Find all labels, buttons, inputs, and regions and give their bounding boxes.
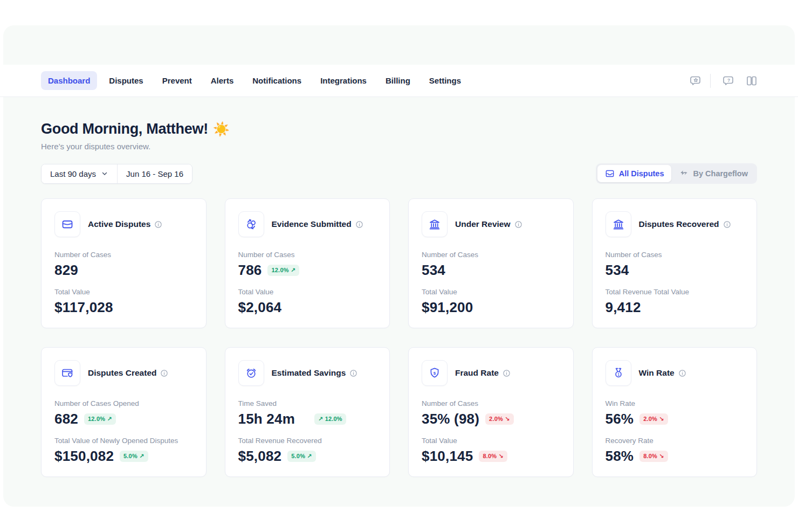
docs-icon[interactable] bbox=[743, 72, 760, 89]
metric-value: $10,145 bbox=[422, 448, 473, 465]
info-icon[interactable] bbox=[723, 220, 731, 229]
nav-tools-divider bbox=[710, 74, 711, 88]
card-title: Win Rate bbox=[639, 368, 675, 378]
toggle-all-disputes[interactable]: All Disputes bbox=[597, 165, 672, 182]
toggle-all-label: All Disputes bbox=[619, 169, 664, 178]
trend-badge: 2.0% ↘ bbox=[639, 413, 668, 425]
metric-label: Time Saved bbox=[238, 399, 377, 407]
card-title: Evidence Submitted bbox=[272, 219, 352, 229]
card-title: Active Disputes bbox=[88, 219, 150, 229]
metric-label: Number of Cases bbox=[606, 251, 744, 259]
trend-badge: 8.0% ↘ bbox=[639, 451, 668, 462]
metric-label: Total Value bbox=[54, 288, 193, 296]
help-icon[interactable]: ? bbox=[719, 72, 737, 89]
metric-label: Recovery Rate bbox=[606, 437, 744, 445]
metric-value: 786 bbox=[238, 262, 262, 279]
metric-value: $117,028 bbox=[54, 299, 113, 316]
metric-value: 15h 24m bbox=[238, 411, 295, 427]
info-icon[interactable] bbox=[349, 369, 357, 377]
info-icon[interactable] bbox=[355, 220, 363, 229]
nav-tools: ? bbox=[686, 72, 760, 89]
info-icon[interactable] bbox=[503, 369, 511, 377]
card-disputes-recovered: Disputes Recovered Number of Cases 534 T… bbox=[592, 198, 758, 328]
nav-tab-billing[interactable]: Billing bbox=[379, 71, 417, 90]
sync-icon bbox=[238, 211, 264, 237]
nav-tab-integrations[interactable]: Integrations bbox=[313, 71, 374, 90]
wallet-icon bbox=[54, 211, 80, 237]
disputes-view-toggle: All Disputes By Chargeflow bbox=[596, 163, 757, 184]
date-range-label: Jun 16 - Sep 16 bbox=[126, 169, 183, 178]
metric-label: Total Revenue Total Value bbox=[606, 288, 744, 296]
nav-tab-alerts[interactable]: Alerts bbox=[204, 71, 241, 90]
period-dropdown[interactable]: Last 90 days bbox=[42, 164, 117, 183]
metric-label: Number of Cases bbox=[422, 399, 560, 407]
date-range-display[interactable]: Jun 16 - Sep 16 bbox=[117, 164, 192, 183]
card-disputes-created: Disputes Created Number of Cases Opened … bbox=[41, 347, 207, 477]
inbox-icon bbox=[605, 169, 615, 178]
period-label: Last 90 days bbox=[50, 169, 96, 178]
nav-tab-prevent[interactable]: Prevent bbox=[155, 71, 199, 90]
primary-nav: Dashboard Disputes Prevent Alerts Notifi… bbox=[41, 71, 468, 90]
medal-icon: 1 bbox=[606, 360, 631, 386]
card-evidence-submitted: Evidence Submitted Number of Cases 786 1… bbox=[225, 198, 390, 328]
metric-value: 56% bbox=[606, 411, 634, 427]
svg-text:1: 1 bbox=[617, 372, 620, 376]
metric-label: Total Value bbox=[422, 437, 560, 445]
trend-badge: 2.0% ↘ bbox=[485, 413, 514, 425]
trend-badge: 5.0% ↗ bbox=[287, 451, 316, 462]
metric-label: Number of Cases Opened bbox=[54, 399, 193, 407]
metric-value: $2,064 bbox=[238, 299, 282, 316]
metric-label: Win Rate bbox=[606, 399, 744, 407]
nav-tab-disputes[interactable]: Disputes bbox=[102, 71, 150, 90]
metric-value: 534 bbox=[606, 262, 629, 279]
greeting-text: Good Morning, Matthew! bbox=[41, 121, 208, 137]
bank-icon bbox=[606, 211, 631, 237]
metric-label: Number of Cases bbox=[422, 251, 560, 259]
top-navbar: Dashboard Disputes Prevent Alerts Notifi… bbox=[0, 65, 798, 97]
metric-value: 58% bbox=[606, 448, 634, 465]
info-icon[interactable] bbox=[678, 369, 686, 377]
metric-value: 9,412 bbox=[606, 299, 641, 316]
metric-label: Number of Cases bbox=[54, 251, 193, 259]
chargeflow-logo-icon bbox=[679, 169, 689, 178]
metric-label: Total Value of Newly Opened Disputes bbox=[54, 437, 193, 445]
card-title: Disputes Recovered bbox=[639, 219, 719, 229]
card-title: Disputes Created bbox=[88, 368, 156, 378]
metric-label: Total Value bbox=[422, 288, 560, 296]
metric-label: Total Revenue Recovered bbox=[238, 437, 377, 445]
bank-icon bbox=[422, 211, 448, 237]
svg-text:$: $ bbox=[434, 371, 436, 376]
metric-label: Total Value bbox=[238, 288, 377, 296]
card-estimated-savings: Estimated Savings Time Saved 15h 24m ↗ 1… bbox=[225, 347, 390, 477]
trend-badge: 12.0% ↗ bbox=[267, 265, 299, 276]
info-icon[interactable] bbox=[154, 220, 162, 229]
feedback-icon[interactable] bbox=[686, 72, 704, 89]
trend-badge: 12.0% ↗ bbox=[84, 413, 116, 425]
card-win-rate: 1 Win Rate Win Rate 56% 2.0% ↘ bbox=[592, 347, 758, 477]
stat-cards-grid: Active Disputes Number of Cases 829 Tota… bbox=[41, 198, 757, 477]
card-shield-icon bbox=[54, 360, 80, 386]
alarm-check-icon bbox=[238, 360, 264, 386]
metric-label: Number of Cases bbox=[238, 251, 377, 259]
shield-dollar-icon: $ bbox=[422, 360, 448, 386]
toggle-by-chargeflow[interactable]: By Chargeflow bbox=[671, 165, 755, 182]
card-title: Under Review bbox=[455, 219, 511, 229]
nav-tab-dashboard[interactable]: Dashboard bbox=[41, 71, 97, 90]
card-under-review: Under Review Number of Cases 534 Total V… bbox=[408, 198, 574, 328]
dashboard-main: Good Morning, Matthew! ☀️ Here’s your di… bbox=[0, 98, 798, 507]
info-icon[interactable] bbox=[160, 369, 168, 377]
filter-row: Last 90 days Jun 16 - Sep 16 All Dispute bbox=[41, 163, 757, 184]
page-title: Good Morning, Matthew! ☀️ bbox=[41, 121, 757, 137]
nav-tab-notifications[interactable]: Notifications bbox=[245, 71, 308, 90]
card-active-disputes: Active Disputes Number of Cases 829 Tota… bbox=[41, 198, 207, 328]
metric-value: 534 bbox=[422, 262, 445, 279]
metric-value: 35% (98) bbox=[422, 411, 479, 427]
metric-value: 682 bbox=[54, 411, 78, 427]
toggle-by-label: By Chargeflow bbox=[693, 169, 748, 178]
metric-value: 829 bbox=[54, 262, 78, 279]
metric-value: $150,082 bbox=[54, 448, 114, 465]
page-subtitle: Here’s your disputes overview. bbox=[41, 142, 757, 151]
card-title: Fraud Rate bbox=[455, 368, 499, 378]
info-icon[interactable] bbox=[514, 220, 522, 229]
nav-tab-settings[interactable]: Settings bbox=[422, 71, 468, 90]
